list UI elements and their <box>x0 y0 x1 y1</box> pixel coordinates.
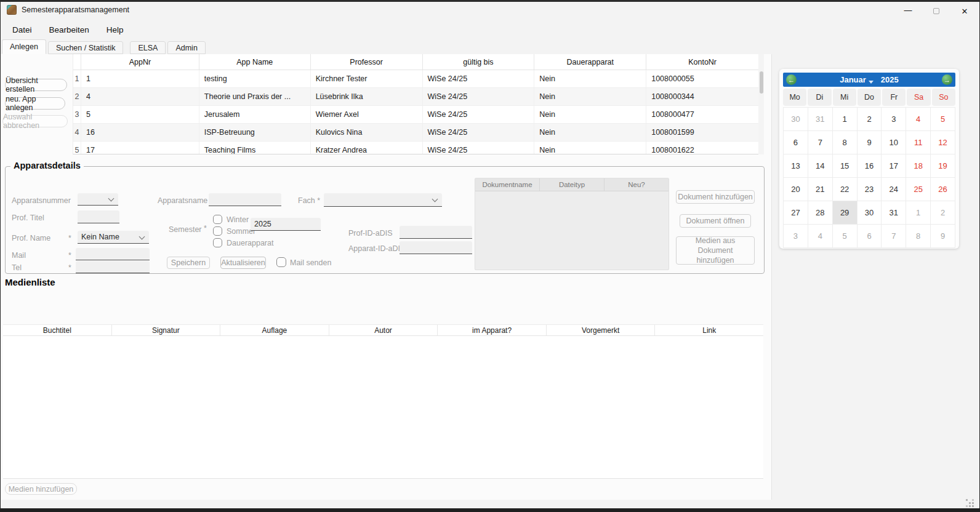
calendar-day[interactable]: 18 <box>906 154 930 177</box>
maximize-button[interactable] <box>922 2 950 20</box>
calendar-day[interactable]: 12 <box>931 131 955 154</box>
calendar-day[interactable]: 10 <box>882 131 906 154</box>
menu-bearbeiten[interactable]: Bearbeiten <box>41 22 98 38</box>
table-row[interactable]: 35JerusalemWiemer AxelWiSe 24/25Nein1008… <box>73 106 758 124</box>
column-header-professor[interactable]: Professor <box>311 54 423 70</box>
calendar-day[interactable]: 27 <box>784 201 808 224</box>
calendar-day[interactable]: 15 <box>833 154 857 177</box>
column-header-appnr[interactable]: AppNr <box>81 54 199 70</box>
calendar-day[interactable]: 13 <box>784 154 808 177</box>
table-row[interactable]: 517Teaching FilmsKratzer AndreaWiSe 24/2… <box>73 142 758 154</box>
scrollbar-thumb[interactable] <box>760 71 763 94</box>
prof-titel-field[interactable] <box>78 210 119 223</box>
calendar-day[interactable]: 30 <box>784 108 808 130</box>
calendar-day[interactable]: 8 <box>833 131 857 154</box>
apparatsname-field[interactable] <box>209 193 281 206</box>
calendar-month-selector[interactable]: Januar 2025 <box>797 75 942 84</box>
column-header-im-apparat[interactable]: im Apparat? <box>438 325 547 335</box>
uebersicht-erstellen-button[interactable]: Übersicht erstellen <box>5 79 67 91</box>
calendar-day[interactable]: 3 <box>882 108 906 130</box>
calendar-day[interactable]: 30 <box>857 201 882 224</box>
fach-combobox[interactable] <box>324 193 442 207</box>
calendar-day[interactable]: 4 <box>906 108 930 130</box>
close-button[interactable]: ✕ <box>950 2 979 20</box>
minimize-button[interactable]: — <box>894 2 922 20</box>
calendar-day[interactable]: 6 <box>857 225 882 247</box>
calendar-day[interactable]: 5 <box>931 108 955 130</box>
column-header-buchtitel[interactable]: Buchtitel <box>3 325 112 335</box>
menu-help[interactable]: Help <box>98 22 132 38</box>
mail-senden-checkbox[interactable] <box>276 257 286 267</box>
calendar-day[interactable]: 24 <box>882 178 906 201</box>
winter-radio[interactable] <box>213 215 222 224</box>
column-header-dokumentname[interactable]: Dokumentname <box>475 178 540 191</box>
prof-id-adis-field[interactable] <box>400 226 472 239</box>
aktualisieren-button[interactable]: Aktualisieren <box>220 257 266 269</box>
calendar-day[interactable]: 9 <box>857 131 882 154</box>
calendar-day[interactable]: 3 <box>784 225 808 247</box>
apparat-id-adis-field[interactable] <box>400 241 472 254</box>
tab-anlegen[interactable]: Anlegen <box>2 39 46 54</box>
column-header-dauerapparat[interactable]: Dauerapparat <box>534 54 646 70</box>
calendar-day[interactable]: 9 <box>931 225 955 247</box>
next-month-button[interactable]: → <box>942 74 952 85</box>
calendar-day[interactable]: 31 <box>808 108 832 130</box>
column-header-link[interactable]: Link <box>655 325 763 335</box>
calendar-day[interactable]: 2 <box>931 201 955 224</box>
column-header-app-name[interactable]: App Name <box>199 54 311 70</box>
table-row[interactable]: 11testingKirchner TesterWiSe 24/25Nein10… <box>73 70 758 88</box>
calendar-day[interactable]: 17 <box>882 154 906 177</box>
neu-app-anlegen-button[interactable]: neu. App anlegen <box>5 97 65 110</box>
calendar-day[interactable]: 21 <box>808 178 832 201</box>
calendar-day[interactable]: 5 <box>833 225 857 247</box>
column-header-vorgemerkt[interactable]: Vorgemerkt <box>547 325 656 335</box>
dauerapparat-radio[interactable] <box>213 238 222 247</box>
calendar-day[interactable]: 4 <box>808 225 832 247</box>
menu-datei[interactable]: Datei <box>4 22 41 38</box>
speichern-button[interactable]: Speichern <box>167 257 210 269</box>
dokument-hinzufuegen-button[interactable]: Dokument hinzufügen <box>676 190 755 204</box>
tel-field[interactable] <box>76 261 150 273</box>
apparatsnummer-combobox[interactable] <box>78 193 118 206</box>
medien-aus-dokument-button[interactable]: Medien aus Dokument hinzufügen <box>676 236 755 265</box>
column-header-autor[interactable]: Autor <box>329 325 438 335</box>
resize-grip-icon[interactable] <box>966 499 968 501</box>
calendar-day[interactable]: 1 <box>833 108 857 130</box>
mail-field[interactable] <box>76 248 150 260</box>
calendar-day[interactable]: 7 <box>882 225 906 247</box>
column-header-kontonr[interactable]: KontoNr <box>646 54 758 70</box>
calendar-day[interactable]: 31 <box>882 201 906 224</box>
calendar-day[interactable]: 22 <box>833 178 857 201</box>
column-header-gueltig-bis[interactable]: gültig bis <box>423 54 535 70</box>
column-header-signatur[interactable]: Signatur <box>112 325 221 335</box>
tab-elsa[interactable]: ELSA <box>130 41 166 54</box>
calendar-day[interactable]: 25 <box>906 178 930 201</box>
calendar-day[interactable]: 20 <box>784 178 808 201</box>
table-row[interactable]: 416ISP-BetreuungKulovics NinaWiSe 24/25N… <box>73 124 758 142</box>
dokument-oeffnen-button[interactable]: Dokument öffnen <box>680 214 751 228</box>
medien-hinzufuegen-button[interactable]: Medien hinzufügen <box>5 483 77 495</box>
calendar-day[interactable]: 14 <box>808 154 832 177</box>
semester-year-field[interactable]: 2025 <box>251 218 321 231</box>
calendar-day[interactable]: 2 <box>857 108 882 130</box>
calendar-day[interactable]: 26 <box>931 178 955 201</box>
auswahl-abbrechen-button[interactable]: Auswahl abbrechen <box>2 115 68 127</box>
calendar-day[interactable]: 16 <box>857 154 882 177</box>
tab-admin[interactable]: Admin <box>167 41 205 54</box>
table-row[interactable]: 24Theorie und Praxis der ...Lüsebrink Il… <box>73 88 758 106</box>
calendar-day[interactable]: 6 <box>784 131 808 154</box>
tab-suchen-statistik[interactable]: Suchen / Statistik <box>48 41 124 54</box>
calendar-day[interactable]: 11 <box>906 131 930 154</box>
calendar-day[interactable]: 19 <box>931 154 955 177</box>
prof-name-combobox[interactable]: Kein Name <box>78 231 149 244</box>
column-header-neu[interactable]: Neu? <box>604 178 669 191</box>
calendar-day[interactable]: 1 <box>906 201 930 224</box>
app-table-scrollbar[interactable] <box>758 54 764 154</box>
calendar-day-today[interactable]: 29 <box>833 201 857 224</box>
column-header-dateityp[interactable]: Dateityp <box>540 178 604 191</box>
calendar-day[interactable]: 23 <box>857 178 882 201</box>
column-header-auflage[interactable]: Auflage <box>220 325 329 335</box>
previous-month-button[interactable]: ← <box>786 74 797 85</box>
calendar-day[interactable]: 8 <box>906 225 930 247</box>
calendar-day[interactable]: 7 <box>808 131 832 154</box>
